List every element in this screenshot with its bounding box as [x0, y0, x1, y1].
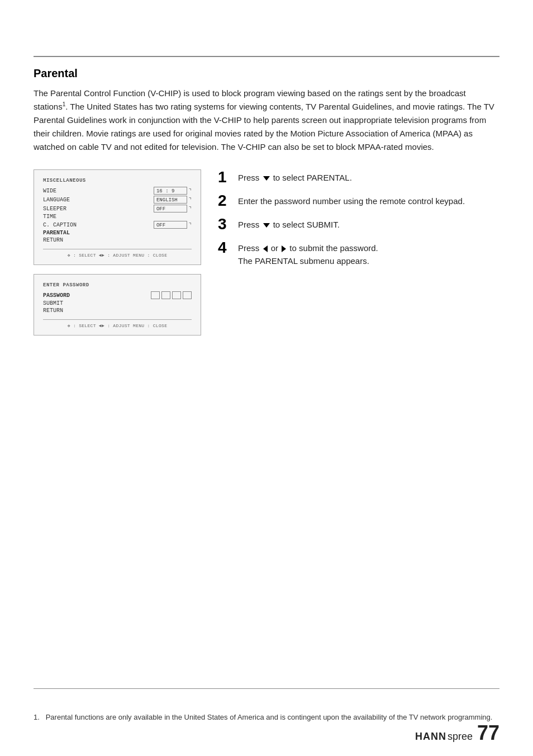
screen2-header: ENTER PASSWORD: [43, 282, 192, 288]
screen2-footer: ✥ : SELECT ◄► : ADJUST MENU : CLOSE: [43, 319, 192, 328]
submenu-note: The PARENTAL submenu appears.: [238, 256, 369, 266]
brand-spree: spree: [448, 731, 473, 743]
arrow-down-icon-1: [263, 176, 270, 181]
screen1-label-sleeper: SLEEPER: [43, 206, 66, 212]
arrow-left-icon-4: [263, 245, 268, 252]
instruction-1-number: 1: [218, 169, 231, 185]
instruction-4-text: Press or to submit the password. The PAR…: [238, 240, 378, 267]
screen1-label-language: LANGUAGE: [43, 197, 70, 203]
instruction-2-number: 2: [218, 193, 231, 209]
screen1-row-return: RETURN: [43, 237, 192, 243]
content-area: MISCELLANEOUS WIDE 16 : 9 ⌝ LANGUAGE ENG…: [34, 169, 499, 336]
screen2-label-submit: SUBMIT: [43, 300, 63, 306]
screen1-row-sleeper: SLEEPER OFF ⌝: [43, 205, 192, 212]
intro-text: The Parental Control Function (V-CHIP) i…: [34, 87, 499, 154]
screen1-row-ccaption: C. CAPTION OFF ⌝: [43, 221, 192, 229]
top-rule: [34, 56, 499, 57]
pwd-box-1: [151, 291, 160, 299]
instruction-4: 4 Press or to submit the password. The P…: [218, 240, 499, 267]
screen1-header: MISCELLANEOUS: [43, 178, 192, 183]
instruction-1-text: Press to select PARENTAL.: [238, 169, 352, 185]
screen1: MISCELLANEOUS WIDE 16 : 9 ⌝ LANGUAGE ENG…: [34, 169, 201, 265]
screen2-row-password: PASSWORD: [43, 291, 192, 299]
instruction-2: 2 Enter the password number using the re…: [218, 193, 499, 209]
instruction-3-text: Press to select SUBMIT.: [238, 216, 340, 231]
screen1-label-wide: WIDE: [43, 188, 56, 194]
screen1-label-ccaption: C. CAPTION: [43, 222, 77, 228]
screen2-row-submit: SUBMIT: [43, 300, 192, 306]
screen1-row-time: TIME: [43, 214, 192, 220]
instruction-1: 1 Press to select PARENTAL.: [218, 169, 499, 185]
screen2-password-boxes: [151, 291, 192, 299]
pwd-box-2: [161, 291, 170, 299]
screen1-value-wide: 16 : 9 ⌝: [154, 187, 192, 195]
screen2-label-return: RETURN: [43, 308, 63, 314]
brand-page-number: 77: [477, 721, 499, 745]
screen2: ENTER PASSWORD PASSWORD SUBMIT RE: [34, 274, 201, 336]
screen1-value-language: ENGLISH ⌝: [154, 196, 192, 204]
arrow-right-icon-4: [282, 245, 286, 252]
bottom-rule: [34, 688, 499, 689]
screen1-row-language: LANGUAGE ENGLISH ⌝: [43, 196, 192, 204]
screen1-row-parental: PARENTAL: [43, 230, 192, 236]
brand-area: HANNspree 77: [415, 721, 499, 745]
screen2-row-return: RETURN: [43, 308, 192, 314]
screens-column: MISCELLANEOUS WIDE 16 : 9 ⌝ LANGUAGE ENG…: [34, 169, 201, 336]
instruction-4-number: 4: [218, 240, 231, 256]
screen2-label-password: PASSWORD: [43, 292, 70, 299]
instruction-2-text: Enter the password number using the remo…: [238, 193, 465, 208]
pwd-box-4: [183, 291, 192, 299]
screen1-label-return: RETURN: [43, 237, 63, 243]
screen1-footer: ✥ : SELECT ◄► : ADJUST MENU : CLOSE: [43, 249, 192, 258]
instruction-3-number: 3: [218, 216, 231, 232]
screen1-box-sleeper: OFF: [154, 205, 187, 212]
instruction-3: 3 Press to select SUBMIT.: [218, 216, 499, 232]
instructions-column: 1 Press to select PARENTAL. 2 Enter the …: [218, 169, 499, 275]
screen1-label-time: TIME: [43, 214, 56, 220]
main-content: Parental The Parental Control Function (…: [34, 67, 499, 336]
screen1-box-wide: 16 : 9: [154, 187, 187, 195]
arrow-down-icon-3: [263, 223, 270, 228]
screen1-row-wide: WIDE 16 : 9 ⌝: [43, 187, 192, 195]
brand-hann: HANN: [415, 731, 446, 743]
section-title: Parental: [34, 67, 499, 80]
screen1-value-ccaption: OFF ⌝: [154, 221, 192, 229]
screen1-box-ccaption: OFF: [154, 221, 187, 229]
screen1-box-language: ENGLISH: [154, 196, 187, 204]
screen1-label-parental: PARENTAL: [43, 230, 70, 236]
screen1-value-sleeper: OFF ⌝: [154, 205, 192, 212]
pwd-box-3: [172, 291, 181, 299]
